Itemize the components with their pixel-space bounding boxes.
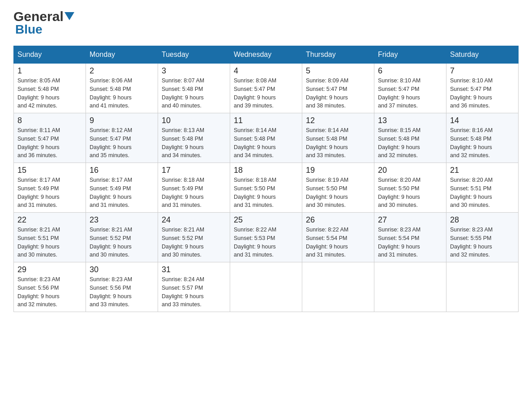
day-info: Sunrise: 8:08 AMSunset: 5:47 PMDaylight:… [234,77,276,109]
day-number: 8 [17,116,82,125]
day-number: 22 [17,215,82,225]
calendar-cell: 23 Sunrise: 8:21 AMSunset: 5:52 PMDaylig… [86,213,158,262]
calendar-cell: 12 Sunrise: 8:14 AMSunset: 5:48 PMDaylig… [302,113,374,163]
calendar-cell: 5 Sunrise: 8:09 AMSunset: 5:47 PMDayligh… [302,64,374,113]
day-number: 23 [90,215,154,225]
calendar-cell: 16 Sunrise: 8:17 AMSunset: 5:49 PMDaylig… [86,163,158,213]
day-info: Sunrise: 8:12 AMSunset: 5:47 PMDaylight:… [90,127,132,158]
day-info: Sunrise: 8:16 AMSunset: 5:48 PMDaylight:… [450,127,493,158]
column-header-thursday: Thursday [302,46,374,64]
calendar-cell: 2 Sunrise: 8:06 AMSunset: 5:48 PMDayligh… [86,64,158,113]
day-info: Sunrise: 8:07 AMSunset: 5:48 PMDaylight:… [162,77,204,109]
calendar-cell: 22 Sunrise: 8:21 AMSunset: 5:51 PMDaylig… [14,213,86,262]
calendar-cell: 19 Sunrise: 8:19 AMSunset: 5:50 PMDaylig… [302,163,374,213]
day-info: Sunrise: 8:05 AMSunset: 5:48 PMDaylight:… [17,77,60,109]
day-info: Sunrise: 8:18 AMSunset: 5:50 PMDaylight:… [234,177,276,208]
column-header-friday: Friday [374,46,446,64]
calendar-cell: 24 Sunrise: 8:21 AMSunset: 5:52 PMDaylig… [158,213,230,262]
day-info: Sunrise: 8:23 AMSunset: 5:56 PMDaylight:… [17,276,60,308]
day-number: 9 [90,116,154,125]
calendar-cell: 26 Sunrise: 8:22 AMSunset: 5:54 PMDaylig… [302,213,374,262]
calendar-cell: 31 Sunrise: 8:24 AMSunset: 5:57 PMDaylig… [158,262,230,312]
day-info: Sunrise: 8:20 AMSunset: 5:50 PMDaylight:… [378,177,420,208]
day-info: Sunrise: 8:14 AMSunset: 5:48 PMDaylight:… [234,127,276,158]
day-number: 16 [90,166,154,175]
day-info: Sunrise: 8:22 AMSunset: 5:53 PMDaylight:… [234,227,276,258]
day-info: Sunrise: 8:15 AMSunset: 5:48 PMDaylight:… [378,127,420,158]
day-number: 25 [234,215,298,225]
calendar-cell: 29 Sunrise: 8:23 AMSunset: 5:56 PMDaylig… [14,262,86,312]
day-info: Sunrise: 8:21 AMSunset: 5:52 PMDaylight:… [90,227,132,258]
calendar-cell: 1 Sunrise: 8:05 AMSunset: 5:48 PMDayligh… [14,64,86,113]
column-header-sunday: Sunday [14,46,86,64]
calendar-cell: 13 Sunrise: 8:15 AMSunset: 5:48 PMDaylig… [374,113,446,163]
day-number: 18 [234,166,298,175]
day-number: 10 [162,116,226,125]
day-number: 5 [306,66,370,76]
calendar-cell: 14 Sunrise: 8:16 AMSunset: 5:48 PMDaylig… [446,113,519,163]
day-number: 26 [306,215,370,225]
column-header-wednesday: Wednesday [230,46,302,64]
column-header-tuesday: Tuesday [158,46,230,64]
day-info: Sunrise: 8:11 AMSunset: 5:47 PMDaylight:… [17,127,60,158]
calendar-table: SundayMondayTuesdayWednesdayThursdayFrid… [13,46,519,312]
calendar-cell: 7 Sunrise: 8:10 AMSunset: 5:47 PMDayligh… [446,64,519,113]
logo-blue-text: Blue [15,22,43,36]
day-info: Sunrise: 8:13 AMSunset: 5:48 PMDaylight:… [162,127,204,158]
day-info: Sunrise: 8:18 AMSunset: 5:49 PMDaylight:… [162,177,204,208]
logo-general-text: General [13,9,64,24]
calendar-cell: 25 Sunrise: 8:22 AMSunset: 5:53 PMDaylig… [230,213,302,262]
day-number: 30 [90,265,154,274]
day-number: 29 [17,265,82,274]
calendar-week-row: 8 Sunrise: 8:11 AMSunset: 5:47 PMDayligh… [14,113,519,163]
logo-arrow-icon [64,12,74,22]
day-number: 15 [17,166,82,175]
calendar-cell: 18 Sunrise: 8:18 AMSunset: 5:50 PMDaylig… [230,163,302,213]
day-number: 13 [378,116,442,125]
calendar-cell: 20 Sunrise: 8:20 AMSunset: 5:50 PMDaylig… [374,163,446,213]
day-info: Sunrise: 8:21 AMSunset: 5:52 PMDaylight:… [162,227,204,258]
day-info: Sunrise: 8:17 AMSunset: 5:49 PMDaylight:… [90,177,132,208]
day-info: Sunrise: 8:10 AMSunset: 5:47 PMDaylight:… [450,77,493,109]
day-number: 12 [306,116,370,125]
calendar-cell: 3 Sunrise: 8:07 AMSunset: 5:48 PMDayligh… [158,64,230,113]
page-header: General Blue [13,9,519,37]
day-number: 3 [162,66,226,76]
column-header-saturday: Saturday [446,46,519,64]
calendar-week-row: 22 Sunrise: 8:21 AMSunset: 5:51 PMDaylig… [14,213,519,262]
calendar-cell: 9 Sunrise: 8:12 AMSunset: 5:47 PMDayligh… [86,113,158,163]
day-number: 27 [378,215,442,225]
day-info: Sunrise: 8:24 AMSunset: 5:57 PMDaylight:… [162,276,204,308]
calendar-week-row: 29 Sunrise: 8:23 AMSunset: 5:56 PMDaylig… [14,262,519,312]
calendar-cell: 15 Sunrise: 8:17 AMSunset: 5:49 PMDaylig… [14,163,86,213]
calendar-cell [374,262,446,312]
logo: General Blue [13,9,74,37]
day-info: Sunrise: 8:23 AMSunset: 5:55 PMDaylight:… [450,227,493,258]
day-info: Sunrise: 8:22 AMSunset: 5:54 PMDaylight:… [306,227,348,258]
calendar-cell: 4 Sunrise: 8:08 AMSunset: 5:47 PMDayligh… [230,64,302,113]
day-number: 6 [378,66,442,76]
calendar-cell: 27 Sunrise: 8:23 AMSunset: 5:54 PMDaylig… [374,213,446,262]
calendar-cell: 21 Sunrise: 8:20 AMSunset: 5:51 PMDaylig… [446,163,519,213]
calendar-cell: 28 Sunrise: 8:23 AMSunset: 5:55 PMDaylig… [446,213,519,262]
day-number: 2 [90,66,154,76]
day-info: Sunrise: 8:23 AMSunset: 5:56 PMDaylight:… [90,276,132,308]
calendar-week-row: 1 Sunrise: 8:05 AMSunset: 5:48 PMDayligh… [14,64,519,113]
day-info: Sunrise: 8:23 AMSunset: 5:54 PMDaylight:… [378,227,420,258]
day-number: 28 [450,215,515,225]
calendar-cell: 17 Sunrise: 8:18 AMSunset: 5:49 PMDaylig… [158,163,230,213]
day-number: 14 [450,116,515,125]
day-info: Sunrise: 8:21 AMSunset: 5:51 PMDaylight:… [17,227,60,258]
calendar-week-row: 15 Sunrise: 8:17 AMSunset: 5:49 PMDaylig… [14,163,519,213]
calendar-cell [302,262,374,312]
day-number: 19 [306,166,370,175]
day-info: Sunrise: 8:19 AMSunset: 5:50 PMDaylight:… [306,177,348,208]
day-info: Sunrise: 8:17 AMSunset: 5:49 PMDaylight:… [17,177,60,208]
calendar-header-row: SundayMondayTuesdayWednesdayThursdayFrid… [14,46,519,64]
day-number: 31 [162,265,226,274]
day-number: 20 [378,166,442,175]
svg-marker-0 [64,12,74,20]
calendar-cell: 10 Sunrise: 8:13 AMSunset: 5:48 PMDaylig… [158,113,230,163]
calendar-cell: 11 Sunrise: 8:14 AMSunset: 5:48 PMDaylig… [230,113,302,163]
day-info: Sunrise: 8:06 AMSunset: 5:48 PMDaylight:… [90,77,132,109]
